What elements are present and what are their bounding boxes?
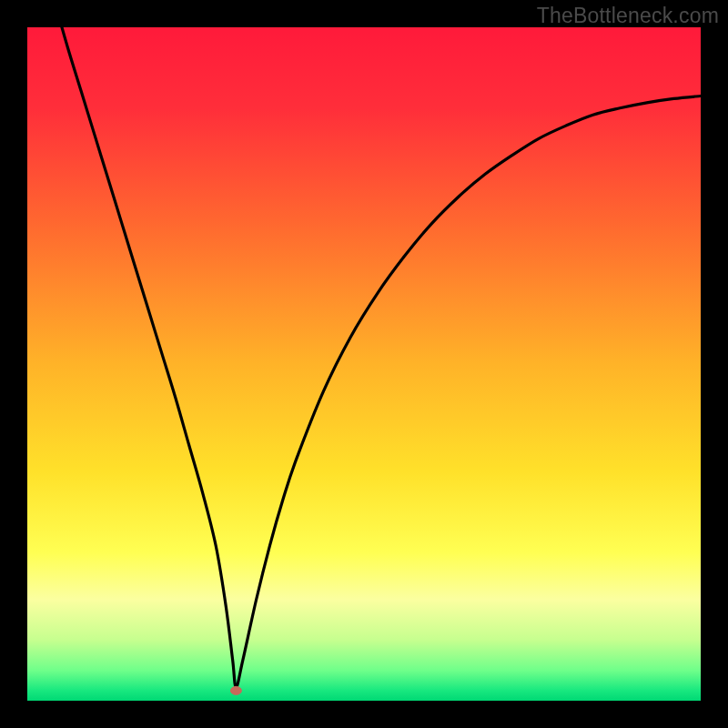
plot-area [27, 27, 701, 701]
optimum-marker-layer [27, 27, 701, 701]
watermark-text: TheBottleneck.com [537, 4, 719, 28]
chart-frame: TheBottleneck.com [0, 0, 728, 728]
optimum-marker [230, 686, 241, 694]
